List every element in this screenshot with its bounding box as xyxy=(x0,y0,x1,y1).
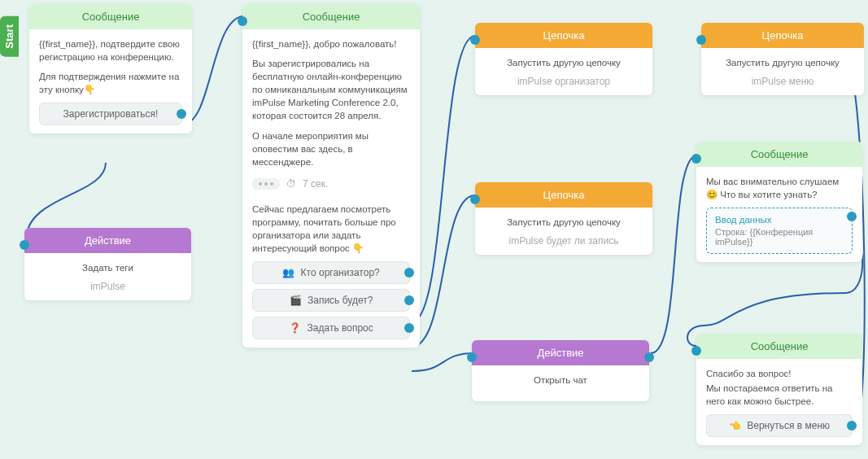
node-header: Сообщение xyxy=(696,142,862,167)
action-title: Задать теги xyxy=(34,261,181,274)
node-header: Цепочка xyxy=(475,182,652,208)
chain-sub: imPulse будет ли запись xyxy=(485,235,643,247)
reply-button-ask[interactable]: ❓ Задать вопрос xyxy=(252,317,410,339)
node-message-2[interactable]: Сообщение {{first_name}}, добро пожалова… xyxy=(242,4,420,348)
input-port[interactable] xyxy=(20,240,29,250)
node-header: Действие xyxy=(24,228,191,253)
node-header: Сообщение xyxy=(696,334,862,359)
output-port[interactable] xyxy=(404,323,414,333)
node-chain-organizer[interactable]: Цепочка Запустить другую цепочку imPulse… xyxy=(475,23,652,95)
msg-text: Спасибо за вопрос! xyxy=(706,367,853,380)
chain-sub: imPulse меню xyxy=(711,76,854,87)
silhouette-icon: 👥 xyxy=(282,267,294,278)
node-message-4[interactable]: Сообщение Спасибо за вопрос! Мы постарае… xyxy=(696,334,862,445)
node-message-3[interactable]: Сообщение Мы вас внимательно слушаем 😊 Ч… xyxy=(696,142,862,262)
button-label: Задать вопрос xyxy=(308,322,373,334)
button-label: Зарегистрироваться! xyxy=(63,108,159,120)
reply-button-recording[interactable]: 🎬 Запись будет? xyxy=(252,289,410,312)
output-port[interactable] xyxy=(404,295,414,305)
node-action-open-chat[interactable]: Действие Открыть чат xyxy=(472,340,649,401)
output-port[interactable] xyxy=(404,268,414,278)
input-port[interactable] xyxy=(238,16,247,26)
input-port[interactable] xyxy=(470,35,480,45)
output-port[interactable] xyxy=(177,109,186,119)
button-label: Запись будет? xyxy=(308,295,373,306)
input-port[interactable] xyxy=(691,346,701,356)
chain-title: Запустить другую цепочку xyxy=(711,56,854,69)
action-sub: imPulse xyxy=(34,281,181,292)
question-icon: ❓ xyxy=(289,322,301,334)
msg-text: Вы зарегистрировались на бесплатную онла… xyxy=(252,57,410,122)
msg-text: {{first_name}}, добро пожаловать! xyxy=(252,37,410,50)
output-port[interactable] xyxy=(644,352,654,362)
msg-text: Мы постараемся ответить на него как можн… xyxy=(706,382,853,408)
node-action-set-tags[interactable]: Действие Задать теги imPulse xyxy=(24,228,191,300)
reply-button-organizer[interactable]: 👥 Кто организатор? xyxy=(252,261,410,284)
reply-button-register[interactable]: Зарегистрироваться! xyxy=(39,103,182,125)
back-icon: 👈 xyxy=(729,420,741,431)
input-data-box[interactable]: Ввод данных Строка: {{Конференция imPuls… xyxy=(706,208,853,254)
output-port[interactable] xyxy=(847,421,857,431)
input-port[interactable] xyxy=(696,35,706,45)
delay-value: 7 сек. xyxy=(303,178,328,190)
node-chain-recording[interactable]: Цепочка Запустить другую цепочку imPulse… xyxy=(475,182,652,255)
node-header: Цепочка xyxy=(701,23,864,48)
button-label: Кто организатор? xyxy=(301,267,380,278)
node-header: Цепочка xyxy=(475,23,652,48)
node-header: Сообщение xyxy=(242,4,420,29)
node-chain-menu[interactable]: Цепочка Запустить другую цепочку imPulse… xyxy=(701,23,864,95)
node-header: Сообщение xyxy=(29,4,192,29)
chain-title: Запустить другую цепочку xyxy=(485,56,643,69)
node-header: Действие xyxy=(472,340,649,365)
timer-icon: ⏱ xyxy=(286,178,296,190)
button-label: Вернуться в меню xyxy=(747,420,830,431)
action-title: Открыть чат xyxy=(482,374,639,387)
msg-text: {{first_name}}, подтвердите свою регистр… xyxy=(39,37,182,63)
reply-button-back-to-menu[interactable]: 👈 Вернуться в меню xyxy=(706,414,853,437)
input-value: Строка: {{Конференция imPulse}} xyxy=(715,227,844,247)
film-icon: 🎬 xyxy=(290,295,302,306)
msg-text: Для подтверждения нажмите на эту кнопку👇 xyxy=(39,70,182,96)
msg-text: Мы вас внимательно слушаем 😊 Что вы хоти… xyxy=(706,175,853,201)
output-port[interactable] xyxy=(847,212,857,221)
input-port[interactable] xyxy=(691,154,701,164)
start-tab: Start xyxy=(0,16,19,57)
typing-dots-icon xyxy=(252,178,280,190)
msg-text: Сейчас предлагаем посмотреть программу, … xyxy=(252,203,410,255)
node-message-1[interactable]: Сообщение {{first_name}}, подтвердите св… xyxy=(29,4,192,133)
input-label: Ввод данных xyxy=(715,215,844,225)
chain-sub: imPulse организатор xyxy=(485,76,643,87)
input-port[interactable] xyxy=(467,352,477,362)
typing-delay-row: ⏱ 7 сек. xyxy=(252,175,410,198)
msg-text: О начале мероприятия мы оповестим вас зд… xyxy=(252,129,410,168)
input-port[interactable] xyxy=(470,195,480,204)
chain-title: Запустить другую цепочку xyxy=(485,216,643,229)
